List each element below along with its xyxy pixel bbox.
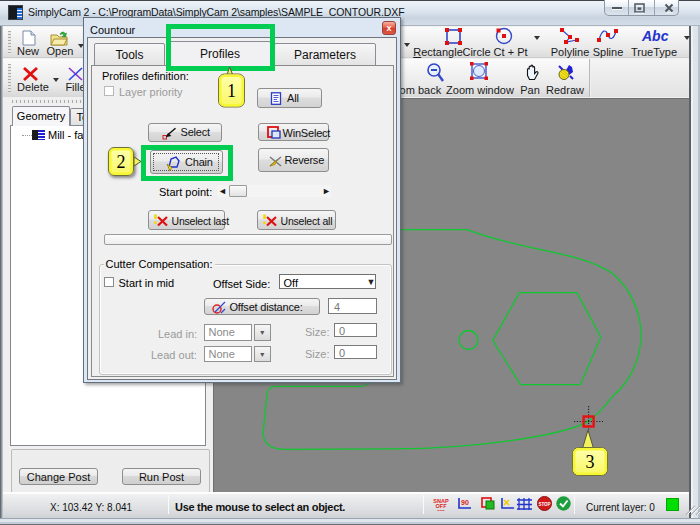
svg-text:1: 1 bbox=[227, 81, 236, 101]
svg-text:90: 90 bbox=[461, 499, 469, 506]
svg-text:STOP: STOP bbox=[538, 502, 550, 507]
svg-text:3: 3 bbox=[586, 452, 595, 472]
